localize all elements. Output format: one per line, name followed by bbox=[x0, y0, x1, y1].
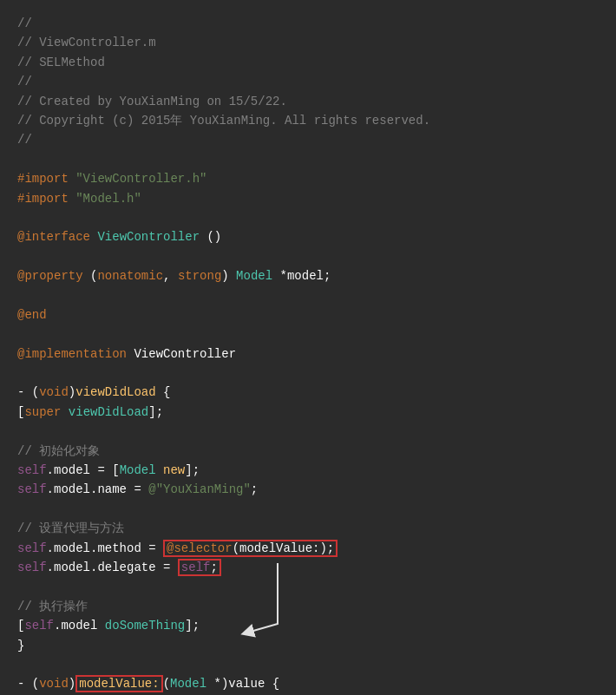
code-line-9: #import "ViewController.h" bbox=[17, 169, 599, 188]
code-line-18: @implementation ViewController bbox=[17, 344, 599, 364]
code-line-14: @property (nonatomic, strong) Model *mod… bbox=[17, 266, 599, 285]
code-line-8 bbox=[17, 150, 599, 169]
annotation-arrow bbox=[239, 554, 317, 650]
code-line-22 bbox=[17, 422, 599, 441]
code-line-20: - (void)viewDidLoad { bbox=[17, 383, 599, 402]
code-line-23: // 初始化对象 bbox=[17, 442, 599, 461]
code-line-11 bbox=[17, 208, 599, 227]
code-line-1: // bbox=[17, 14, 599, 33]
code-line-3: // SELMethod bbox=[17, 53, 599, 72]
code-line-24: self.model = [Model new]; bbox=[17, 461, 599, 480]
code-editor: // // ViewController.m // SELMethod // /… bbox=[17, 14, 599, 695]
code-line-21: [super viewDidLoad]; bbox=[17, 403, 599, 422]
code-line-34 bbox=[17, 655, 599, 674]
code-line-25: self.model.name = @"YouXianMing"; bbox=[17, 480, 599, 499]
code-line-13 bbox=[17, 247, 599, 266]
code-line-19 bbox=[17, 364, 599, 383]
code-line-2: // ViewController.m bbox=[17, 33, 599, 52]
code-line-6: // Copyright (c) 2015年 YouXianMing. All … bbox=[17, 111, 599, 130]
code-line-26 bbox=[17, 500, 599, 519]
code-line-15 bbox=[17, 285, 599, 305]
code-line-27: // 设置代理与方法 bbox=[17, 519, 599, 538]
code-line-17 bbox=[17, 325, 599, 344]
code-line-12: @interface ViewController () bbox=[17, 227, 599, 246]
code-line-4: // bbox=[17, 72, 599, 91]
code-line-35: - (void)modelValue:(Model *)value { bbox=[17, 674, 599, 693]
code-line-5: // Created by YouXianMing on 15/5/22. bbox=[17, 92, 599, 111]
code-line-10: #import "Model.h" bbox=[17, 189, 599, 208]
code-line-16: @end bbox=[17, 305, 599, 325]
code-line-7: // bbox=[17, 130, 599, 149]
